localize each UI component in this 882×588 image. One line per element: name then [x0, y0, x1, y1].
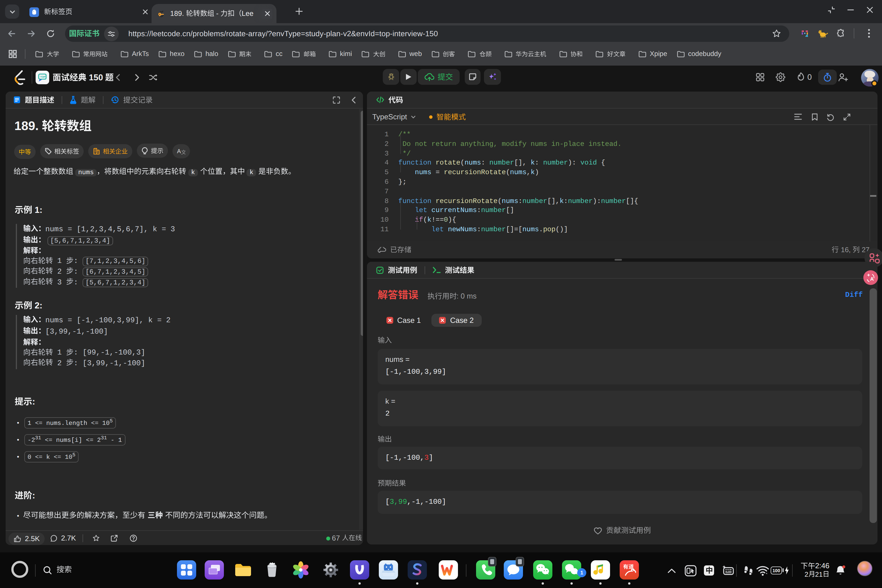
svg-text:A: A — [870, 276, 874, 282]
svg-text:A: A — [177, 148, 181, 154]
svg-text:TOP: TOP — [40, 75, 45, 78]
